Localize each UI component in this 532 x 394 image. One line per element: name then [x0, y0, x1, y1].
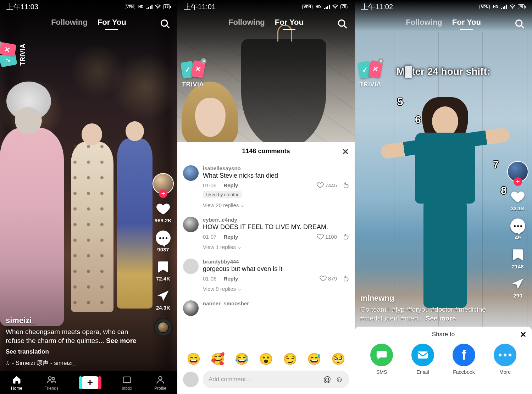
svg-rect-5 [123, 377, 131, 383]
trivia-badge[interactable]: ✓✕✕ TRIVIA [0, 43, 27, 66]
share-email[interactable]: Email [411, 344, 434, 375]
view-replies[interactable]: View 1 replies ⌄ [203, 244, 349, 250]
reply-button[interactable]: Reply [223, 182, 238, 188]
comment-text: What Stevie nicks fan died [203, 172, 349, 179]
comments-list[interactable]: isabellesaysno What Stevie nicks fan die… [177, 161, 355, 349]
sound-disc[interactable] [154, 318, 173, 337]
bookmark-button[interactable]: 2148 [510, 248, 525, 270]
top-tabs: Following For You [0, 18, 177, 27]
like-comment-button[interactable]: 7445 [317, 182, 337, 189]
comment-button[interactable]: 49 [510, 218, 525, 240]
dislike-icon[interactable] [342, 182, 349, 189]
dislike-icon[interactable] [342, 275, 349, 282]
nav-create[interactable]: + [81, 376, 100, 389]
emoji-option[interactable]: 😅 [307, 352, 321, 366]
emoji-option[interactable]: 😏 [283, 352, 297, 366]
my-avatar[interactable] [183, 372, 199, 387]
vpn-badge: VPN [480, 5, 490, 9]
emoji-option[interactable]: 🥺 [331, 352, 345, 366]
comment-username[interactable]: brandybby444 [203, 259, 349, 265]
svg-point-1 [161, 20, 167, 26]
close-icon[interactable]: ✕ [342, 147, 349, 157]
comment-input[interactable]: Add comment... @ ☺ [203, 371, 349, 388]
mention-icon[interactable]: @ [323, 375, 331, 384]
battery-icon: 76 [518, 4, 526, 9]
trivia-badge[interactable]: ✓✕✕ TRIVIA [359, 60, 382, 88]
share-facebook[interactable]: f Facebook [453, 344, 475, 375]
like-count: 969.2K [155, 217, 172, 223]
comment-button[interactable]: 9037 [156, 231, 171, 253]
search-button[interactable] [337, 18, 348, 30]
screen-1: 上午11:03 VPN HD 75 Following For You ✓✕✕ … [0, 0, 177, 394]
share-more[interactable]: More [494, 344, 516, 375]
comments-header: 1146 comments ✕ [177, 142, 355, 161]
tab-following[interactable]: Following [51, 18, 88, 27]
status-bar: 上午11:01 VPN HD 76 [177, 0, 355, 13]
avatar[interactable] [183, 165, 199, 181]
reply-button[interactable]: Reply [223, 276, 238, 282]
svg-point-4 [52, 377, 55, 380]
see-more[interactable]: See more [426, 315, 456, 322]
emoji-option[interactable]: 🥰 [211, 352, 225, 366]
nav-home[interactable]: Home [11, 374, 22, 391]
svg-line-12 [521, 26, 524, 28]
search-button[interactable] [160, 18, 170, 30]
view-replies[interactable]: View 20 replies ⌄ [203, 202, 349, 208]
comment-count: 49 [515, 234, 521, 240]
nav-friends[interactable]: Friends [44, 374, 59, 391]
comment-username[interactable]: nanner_smoosher [203, 300, 349, 306]
sms-icon [370, 344, 393, 366]
avatar[interactable] [183, 217, 199, 232]
close-icon[interactable]: ✕ [520, 330, 526, 339]
close-icon[interactable]: ✕ [378, 58, 384, 64]
nav-profile[interactable]: Profile [154, 374, 166, 391]
like-comment-button[interactable]: 1100 [317, 233, 337, 240]
chevron-down-icon: ⌄ [240, 202, 245, 208]
svg-point-7 [335, 9, 336, 9]
status-time: 上午11:02 [361, 2, 393, 12]
emoji-picker-icon[interactable]: ☺ [336, 375, 343, 384]
comment-username[interactable]: isabellesaysno [203, 165, 349, 171]
dislike-icon[interactable] [342, 233, 349, 240]
share-button[interactable]: 290 [510, 277, 525, 299]
like-button[interactable]: 33.1K [510, 189, 525, 211]
follow-plus-icon[interactable]: + [514, 177, 522, 186]
comment-username[interactable]: cyberr..c4ndy [203, 217, 349, 223]
trivia-badge[interactable]: ✓✕✕ TRIVIA [182, 60, 204, 88]
emoji-quick-row: 😄 🥰 😂 😮 😏 😅 🥺 [177, 349, 355, 368]
creator-avatar[interactable]: + [153, 173, 174, 194]
music-info[interactable]: ♫ - Simeizi 原声 - simeizi_ [6, 359, 145, 367]
tab-following[interactable]: Following [228, 18, 265, 27]
search-button[interactable] [514, 18, 525, 30]
tab-foryou[interactable]: For You [275, 18, 304, 27]
bookmark-button[interactable]: 72.4K [156, 260, 171, 282]
see-translation[interactable]: See translation [6, 348, 145, 355]
nav-inbox[interactable]: Inbox [122, 374, 132, 391]
username[interactable]: mlnewng [360, 294, 497, 303]
see-more[interactable]: See more [106, 337, 137, 344]
emoji-option[interactable]: 😮 [259, 352, 273, 366]
like-comment-button[interactable]: 879 [320, 275, 337, 282]
emoji-option[interactable]: 😂 [235, 352, 249, 366]
tab-foryou[interactable]: For You [98, 18, 126, 27]
share-sheet: Share to ✕ SMS Email f [355, 327, 532, 394]
reply-button[interactable]: Reply [223, 234, 238, 240]
view-replies[interactable]: View 9 replies ⌄ [203, 285, 349, 292]
close-icon[interactable]: ✕ [201, 58, 206, 64]
username[interactable]: simeizi_ [6, 316, 145, 325]
share-sms[interactable]: SMS [370, 344, 393, 375]
avatar[interactable] [183, 300, 199, 316]
like-button[interactable]: 969.2K [155, 201, 172, 223]
creator-avatar[interactable]: + [507, 161, 528, 182]
home-icon [11, 374, 22, 385]
avatar[interactable] [183, 259, 199, 274]
follow-plus-icon[interactable]: + [159, 189, 167, 198]
tab-following[interactable]: Following [406, 18, 442, 27]
share-button[interactable]: 24.3K [156, 289, 171, 311]
figure-cream [71, 142, 113, 312]
top-tabs: Following For You [177, 18, 355, 27]
emoji-option[interactable]: 😄 [187, 352, 201, 366]
status-time: 上午11:03 [6, 2, 38, 12]
figure-dress [241, 39, 326, 149]
tab-foryou[interactable]: For You [452, 18, 481, 27]
